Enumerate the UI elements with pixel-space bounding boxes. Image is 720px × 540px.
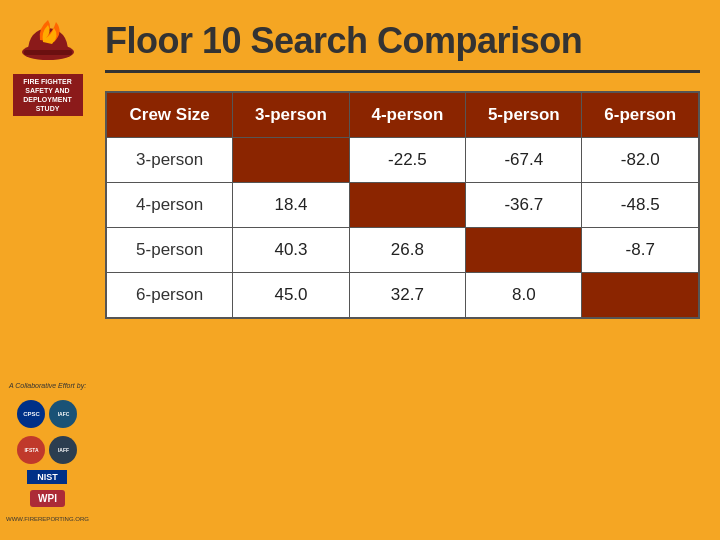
comparison-table: Crew Size 3-person 4-person 5-person 6-p…	[105, 91, 700, 319]
diagonal-cell	[349, 183, 465, 228]
table-row: 6-person 45.0 32.7 8.0	[106, 273, 699, 319]
col-header-3person: 3-person	[233, 92, 349, 138]
nist-logo: NIST	[27, 470, 67, 484]
table-header-row: Crew Size 3-person 4-person 5-person 6-p…	[106, 92, 699, 138]
cell-5-6: -8.7	[582, 228, 699, 273]
logo-area: FIRE FIGHTER SAFETY AND DEPLOYMENT STUDY	[13, 10, 83, 116]
row-label-4person: 4-person	[106, 183, 233, 228]
cell-6-5: 8.0	[466, 273, 582, 319]
title-underline	[105, 70, 700, 73]
row-label-5person: 5-person	[106, 228, 233, 273]
row-label-3person: 3-person	[106, 138, 233, 183]
cell-4-6: -48.5	[582, 183, 699, 228]
wpi-logo: WPI	[30, 490, 65, 507]
collab-label: A Collaborative Effort by:	[9, 382, 86, 389]
cell-3-5: -67.4	[466, 138, 582, 183]
cell-4-5: -36.7	[466, 183, 582, 228]
diagonal-cell	[582, 273, 699, 319]
row-label-6person: 6-person	[106, 273, 233, 319]
cell-6-4: 32.7	[349, 273, 465, 319]
col-header-5person: 5-person	[466, 92, 582, 138]
table-row: 3-person -22.5 -67.4 -82.0	[106, 138, 699, 183]
page-title: Floor 10 Search Comparison	[105, 20, 700, 62]
iafc-logo: IAFC	[49, 400, 77, 428]
cell-6-3: 45.0	[233, 273, 349, 319]
sidebar: FIRE FIGHTER SAFETY AND DEPLOYMENT STUDY…	[0, 0, 95, 540]
diagonal-cell	[233, 138, 349, 183]
fire-logo-icon	[18, 10, 78, 70]
org-name: FIRE FIGHTER SAFETY AND DEPLOYMENT STUDY	[13, 74, 83, 116]
table-row: 5-person 40.3 26.8 -8.7	[106, 228, 699, 273]
table-row: 4-person 18.4 -36.7 -48.5	[106, 183, 699, 228]
ifsta-logo: IFSTA	[17, 436, 45, 464]
website-url: WWW.FIREREPORTING.ORG	[6, 516, 89, 522]
col-header-6person: 6-person	[582, 92, 699, 138]
cell-3-6: -82.0	[582, 138, 699, 183]
cell-5-4: 26.8	[349, 228, 465, 273]
iaff-logo: IAFF	[49, 436, 77, 464]
cell-3-4: -22.5	[349, 138, 465, 183]
cell-4-3: 18.4	[233, 183, 349, 228]
cpsc-logo: CPSC	[17, 400, 45, 428]
corner-cell: Crew Size	[106, 92, 233, 138]
col-header-4person: 4-person	[349, 92, 465, 138]
cell-5-3: 40.3	[233, 228, 349, 273]
sponsor-logos: CPSC IAFC IFSTA IAFF NIST WPI	[17, 400, 77, 507]
diagonal-cell	[466, 228, 582, 273]
svg-rect-1	[24, 50, 72, 55]
main-content: Floor 10 Search Comparison Crew Size 3-p…	[95, 0, 720, 540]
